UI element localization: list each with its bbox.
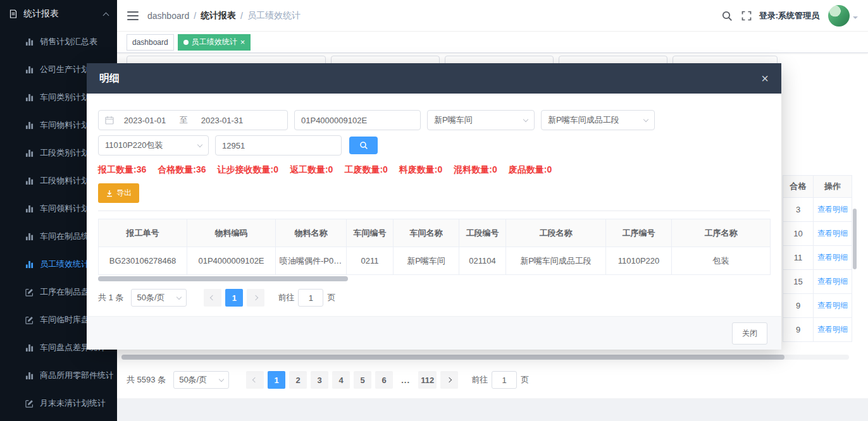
chevron-right-icon	[253, 295, 258, 300]
goto-page-input[interactable]	[492, 371, 517, 389]
material-code-input[interactable]	[294, 110, 421, 130]
process-select-value: 11010P220包装	[105, 140, 163, 151]
page-number-button[interactable]: 3	[311, 371, 328, 389]
sidebar-item[interactable]: 商品所用零部件统计	[0, 362, 117, 389]
stat-item: 返工数量:0	[290, 164, 333, 176]
breadcrumb-dashboard[interactable]: dashboard	[147, 11, 189, 21]
section-select-value: 新P嘴车间成品工段	[548, 114, 619, 126]
date-end-value[interactable]: 2023-01-31	[195, 116, 249, 125]
column-header: 车间名称	[394, 219, 459, 247]
background-table-fragment: 合格 操作 3 查看明细 10 查看明细	[783, 175, 853, 342]
modal-horizontal-scrollbar	[98, 276, 770, 281]
export-button[interactable]: 导出	[98, 183, 139, 203]
tab-close-icon[interactable]	[240, 38, 245, 46]
sidebar-menu-title: 统计报表	[23, 8, 104, 20]
page-size-select[interactable]: 50条/页	[131, 289, 187, 307]
user-menu[interactable]	[828, 5, 858, 27]
chevron-left-icon	[252, 377, 257, 382]
modal-horizontal-scrollbar-thumb[interactable]	[98, 276, 348, 281]
chevron-down-icon	[177, 294, 182, 299]
column-header-qualified: 合格	[783, 175, 813, 198]
edit-icon	[25, 399, 34, 408]
goto-label: 前往	[278, 292, 294, 303]
sidebar-item[interactable]: 销售计划汇总表	[0, 28, 117, 56]
page-size-select[interactable]: 50条/页	[173, 371, 229, 389]
edit-icon	[25, 315, 34, 324]
table-row: 9 查看明细	[783, 294, 853, 318]
column-header: 工段编号	[459, 219, 506, 247]
sidebar-item-label: 月末未清计划统计	[40, 398, 106, 409]
search-icon	[359, 141, 368, 150]
chevron-left-icon	[210, 295, 215, 300]
column-header: 物料名称	[276, 219, 347, 247]
cell-workshop-name: 新P嘴车间	[394, 247, 459, 275]
workshop-select[interactable]: 新P嘴车间	[427, 110, 535, 130]
page-number-button[interactable]: 1	[268, 371, 285, 389]
bar-chart-icon	[25, 176, 34, 185]
bar-chart-icon	[25, 37, 34, 46]
view-detail-link[interactable]: 查看明细	[817, 252, 848, 263]
page-number-button[interactable]: 2	[289, 371, 307, 389]
background-pagination: 共 5593 条 50条/页 1 2 3	[127, 371, 529, 389]
horizontal-scrollbar	[121, 355, 849, 360]
cell-section-name: 新P嘴车间成品工段	[506, 247, 606, 275]
page-number-button[interactable]: ...	[397, 371, 414, 389]
modal-footer: 关闭	[87, 316, 781, 350]
close-button[interactable]: 关闭	[732, 322, 767, 345]
next-page-button[interactable]	[440, 371, 458, 389]
view-detail-link[interactable]: 查看明细	[817, 324, 848, 335]
search-icon[interactable]	[721, 10, 733, 21]
view-detail-link[interactable]: 查看明细	[817, 276, 848, 287]
prev-page-button[interactable]	[246, 371, 264, 389]
next-page-button[interactable]	[247, 289, 264, 307]
search-button[interactable]	[349, 137, 378, 154]
sidebar-item[interactable]: 月末未清计划统计	[0, 389, 117, 417]
stat-item: 合格数量:36	[158, 164, 206, 176]
bar-chart-icon	[25, 204, 34, 213]
close-icon[interactable]	[761, 72, 769, 85]
stat-item: 废品数量:0	[509, 164, 552, 176]
page-number-button[interactable]: 1	[225, 289, 243, 307]
edit-icon	[25, 288, 34, 296]
topbar-right: 登录:系统管理员	[712, 5, 858, 27]
bar-chart-icon	[25, 149, 34, 157]
total-count-label: 共 1 条	[98, 292, 123, 303]
content-bottom-strip	[117, 398, 868, 421]
goto-page-input[interactable]	[298, 289, 323, 307]
user-avatar[interactable]	[828, 5, 850, 27]
page-number-button[interactable]: 6	[375, 371, 393, 389]
view-detail-link[interactable]: 查看明细	[817, 300, 848, 311]
topbar: dashboard / 统计报表 / 员工绩效统计 登录:系统管理员	[117, 0, 868, 32]
employee-no-input[interactable]	[215, 135, 342, 156]
stat-item: 料废数量:0	[399, 164, 442, 176]
qualified-count-cell: 10	[783, 222, 813, 246]
horizontal-scrollbar-thumb[interactable]	[121, 355, 784, 360]
app-root: 统计报表 销售计划汇总表 公司生产计划完成统计	[0, 0, 868, 421]
page-number-button[interactable]: 112	[418, 371, 437, 389]
tab-employee-performance[interactable]: 员工绩效统计	[178, 34, 251, 51]
date-start-value[interactable]: 2023-01-01	[118, 116, 172, 125]
tab-dashboard[interactable]: dashboard	[127, 34, 174, 51]
view-detail-link[interactable]: 查看明细	[817, 228, 848, 239]
stats-row: 报工数量:36 合格数量:36 让步接收数量:0 返工数量:0 工废数量:0 料…	[98, 164, 770, 176]
prev-page-button[interactable]	[204, 289, 221, 307]
fullscreen-icon[interactable]	[741, 11, 752, 21]
hamburger-icon[interactable]	[127, 11, 139, 20]
qualified-count-cell: 9	[783, 318, 813, 342]
cell-process-no: 11010P220	[606, 247, 672, 275]
sidebar-menu-root[interactable]: 统计报表	[0, 0, 117, 28]
page-number-button[interactable]: 5	[354, 371, 371, 389]
vertical-scrollbar-thumb[interactable]	[853, 209, 857, 269]
view-detail-link[interactable]: 查看明细	[817, 204, 848, 215]
page-number-button[interactable]: 4	[332, 371, 350, 389]
table-header-row: 报工单号 物料编码 物料名称 车间编号 车间名称 工段编号 工段名称 工序编号 …	[99, 219, 771, 247]
bar-chart-icon	[25, 121, 34, 130]
chevron-up-icon	[103, 12, 109, 18]
breadcrumb-report[interactable]: 统计报表	[201, 10, 236, 21]
column-header: 车间编号	[347, 219, 394, 247]
detail-table: 报工单号 物料编码 物料名称 车间编号 车间名称 工段编号 工段名称 工序编号 …	[98, 219, 771, 275]
process-select[interactable]: 11010P220包装	[98, 135, 209, 156]
section-select[interactable]: 新P嘴车间成品工段	[541, 110, 655, 130]
total-count-label: 共 5593 条	[127, 374, 166, 386]
date-range-picker[interactable]: 2023-01-01 至 2023-01-31	[98, 110, 288, 130]
